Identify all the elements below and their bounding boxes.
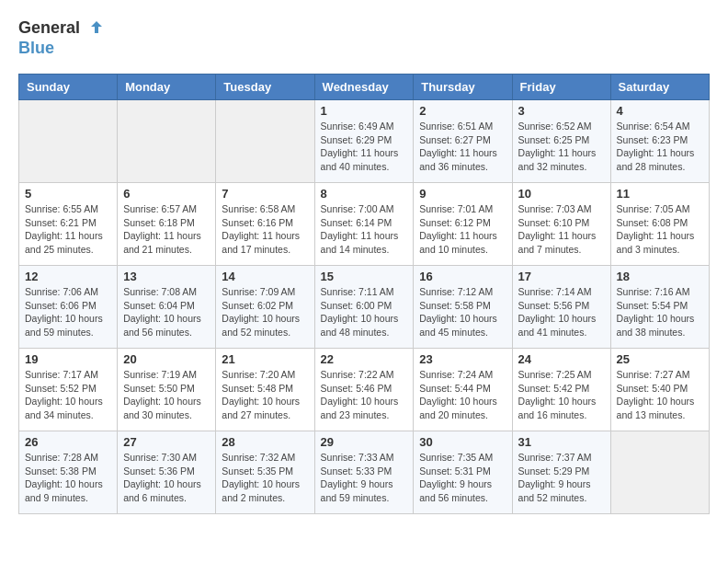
calendar-header-row: SundayMondayTuesdayWednesdayThursdayFrid…	[19, 74, 710, 99]
day-number: 29	[321, 435, 408, 449]
day-info: Sunrise: 7:08 AMSunset: 6:04 PMDaylight:…	[123, 285, 210, 339]
calendar-cell: 7Sunrise: 6:58 AMSunset: 6:16 PMDaylight…	[216, 182, 314, 265]
calendar-cell: 17Sunrise: 7:14 AMSunset: 5:56 PMDayligh…	[512, 265, 610, 348]
calendar-cell: 29Sunrise: 7:33 AMSunset: 5:33 PMDayligh…	[314, 431, 414, 513]
day-info: Sunrise: 7:27 AMSunset: 5:40 PMDaylight:…	[617, 368, 703, 422]
calendar-cell: 26Sunrise: 7:28 AMSunset: 5:38 PMDayligh…	[19, 431, 118, 513]
calendar-week-row: 19Sunrise: 7:17 AMSunset: 5:52 PMDayligh…	[19, 348, 710, 431]
day-number: 16	[419, 270, 506, 283]
day-number: 9	[419, 187, 506, 201]
col-header-monday: Monday	[118, 74, 216, 99]
day-info: Sunrise: 7:25 AMSunset: 5:42 PMDaylight:…	[518, 368, 605, 422]
day-info: Sunrise: 6:49 AMSunset: 6:29 PMDaylight:…	[321, 120, 408, 174]
day-info: Sunrise: 7:06 AMSunset: 6:06 PMDaylight:…	[25, 285, 111, 339]
calendar-cell: 19Sunrise: 7:17 AMSunset: 5:52 PMDayligh…	[19, 348, 118, 431]
calendar-cell	[118, 99, 216, 182]
page-header: General Blue	[18, 18, 710, 59]
day-number: 31	[518, 435, 605, 449]
day-number: 27	[123, 435, 210, 449]
day-info: Sunrise: 7:24 AMSunset: 5:44 PMDaylight:…	[419, 368, 506, 422]
day-number: 22	[321, 352, 408, 366]
calendar-cell	[610, 431, 709, 513]
calendar-cell: 11Sunrise: 7:05 AMSunset: 6:08 PMDayligh…	[610, 182, 709, 265]
day-info: Sunrise: 7:33 AMSunset: 5:33 PMDaylight:…	[321, 451, 408, 505]
day-number: 2	[419, 104, 506, 118]
day-info: Sunrise: 7:32 AMSunset: 5:35 PMDaylight:…	[222, 451, 308, 505]
day-number: 15	[321, 270, 408, 283]
day-info: Sunrise: 6:58 AMSunset: 6:16 PMDaylight:…	[222, 202, 308, 257]
col-header-saturday: Saturday	[610, 74, 709, 99]
col-header-friday: Friday	[512, 74, 610, 99]
day-number: 1	[321, 104, 408, 118]
calendar-cell: 15Sunrise: 7:11 AMSunset: 6:00 PMDayligh…	[314, 265, 414, 348]
day-info: Sunrise: 7:19 AMSunset: 5:50 PMDaylight:…	[123, 368, 210, 422]
day-info: Sunrise: 7:37 AMSunset: 5:29 PMDaylight:…	[518, 451, 605, 505]
day-number: 12	[25, 270, 111, 283]
calendar-week-row: 12Sunrise: 7:06 AMSunset: 6:06 PMDayligh…	[19, 265, 710, 348]
day-info: Sunrise: 6:57 AMSunset: 6:18 PMDaylight:…	[123, 202, 210, 257]
day-number: 25	[617, 352, 703, 366]
day-number: 21	[222, 352, 308, 366]
day-number: 19	[25, 352, 111, 366]
day-number: 3	[518, 104, 605, 118]
calendar-cell: 14Sunrise: 7:09 AMSunset: 6:02 PMDayligh…	[216, 265, 314, 348]
day-info: Sunrise: 7:20 AMSunset: 5:48 PMDaylight:…	[222, 368, 308, 422]
day-info: Sunrise: 7:35 AMSunset: 5:31 PMDaylight:…	[419, 451, 506, 505]
calendar-cell: 24Sunrise: 7:25 AMSunset: 5:42 PMDayligh…	[512, 348, 610, 431]
day-info: Sunrise: 7:01 AMSunset: 6:12 PMDaylight:…	[419, 202, 506, 257]
calendar-cell: 28Sunrise: 7:32 AMSunset: 5:35 PMDayligh…	[216, 431, 314, 513]
day-info: Sunrise: 7:30 AMSunset: 5:36 PMDaylight:…	[123, 451, 210, 505]
day-info: Sunrise: 7:22 AMSunset: 5:46 PMDaylight:…	[321, 368, 408, 422]
calendar-cell: 1Sunrise: 6:49 AMSunset: 6:29 PMDaylight…	[314, 99, 414, 182]
day-info: Sunrise: 7:14 AMSunset: 5:56 PMDaylight:…	[518, 285, 605, 339]
day-info: Sunrise: 6:55 AMSunset: 6:21 PMDaylight:…	[25, 202, 111, 257]
day-number: 24	[518, 352, 605, 366]
day-number: 7	[222, 187, 308, 201]
calendar-week-row: 1Sunrise: 6:49 AMSunset: 6:29 PMDaylight…	[19, 99, 710, 182]
calendar-table: SundayMondayTuesdayWednesdayThursdayFrid…	[18, 74, 710, 514]
logo-text: General Blue	[18, 18, 104, 59]
logo: General Blue	[18, 18, 104, 59]
day-info: Sunrise: 6:51 AMSunset: 6:27 PMDaylight:…	[419, 120, 506, 174]
day-number: 30	[419, 435, 506, 449]
calendar-cell: 18Sunrise: 7:16 AMSunset: 5:54 PMDayligh…	[610, 265, 709, 348]
calendar-cell: 3Sunrise: 6:52 AMSunset: 6:25 PMDaylight…	[512, 99, 610, 182]
col-header-wednesday: Wednesday	[314, 74, 414, 99]
day-number: 20	[123, 352, 210, 366]
day-number: 17	[518, 270, 605, 283]
day-number: 18	[617, 270, 703, 283]
day-info: Sunrise: 6:52 AMSunset: 6:25 PMDaylight:…	[518, 120, 605, 174]
day-info: Sunrise: 7:05 AMSunset: 6:08 PMDaylight:…	[617, 202, 703, 257]
col-header-sunday: Sunday	[19, 74, 118, 99]
calendar-cell	[19, 99, 118, 182]
calendar-cell: 6Sunrise: 6:57 AMSunset: 6:18 PMDaylight…	[118, 182, 216, 265]
day-info: Sunrise: 7:12 AMSunset: 5:58 PMDaylight:…	[419, 285, 506, 339]
day-number: 11	[617, 187, 703, 201]
day-number: 5	[25, 187, 111, 201]
day-number: 26	[25, 435, 111, 449]
calendar-cell: 5Sunrise: 6:55 AMSunset: 6:21 PMDaylight…	[19, 182, 118, 265]
day-info: Sunrise: 7:00 AMSunset: 6:14 PMDaylight:…	[321, 202, 408, 257]
calendar-cell: 25Sunrise: 7:27 AMSunset: 5:40 PMDayligh…	[610, 348, 709, 431]
day-info: Sunrise: 7:16 AMSunset: 5:54 PMDaylight:…	[617, 285, 703, 339]
calendar-cell: 23Sunrise: 7:24 AMSunset: 5:44 PMDayligh…	[414, 348, 512, 431]
col-header-thursday: Thursday	[414, 74, 512, 99]
day-number: 28	[222, 435, 308, 449]
calendar-cell: 8Sunrise: 7:00 AMSunset: 6:14 PMDaylight…	[314, 182, 414, 265]
calendar-cell: 21Sunrise: 7:20 AMSunset: 5:48 PMDayligh…	[216, 348, 314, 431]
day-info: Sunrise: 7:17 AMSunset: 5:52 PMDaylight:…	[25, 368, 111, 422]
day-info: Sunrise: 7:28 AMSunset: 5:38 PMDaylight:…	[25, 451, 111, 505]
calendar-cell: 16Sunrise: 7:12 AMSunset: 5:58 PMDayligh…	[414, 265, 512, 348]
calendar-cell: 31Sunrise: 7:37 AMSunset: 5:29 PMDayligh…	[512, 431, 610, 513]
day-number: 14	[222, 270, 308, 283]
day-number: 8	[321, 187, 408, 201]
day-number: 10	[518, 187, 605, 201]
calendar-week-row: 26Sunrise: 7:28 AMSunset: 5:38 PMDayligh…	[19, 431, 710, 513]
day-number: 4	[617, 104, 703, 118]
day-number: 23	[419, 352, 506, 366]
calendar-cell: 10Sunrise: 7:03 AMSunset: 6:10 PMDayligh…	[512, 182, 610, 265]
calendar-cell: 2Sunrise: 6:51 AMSunset: 6:27 PMDaylight…	[414, 99, 512, 182]
col-header-tuesday: Tuesday	[216, 74, 314, 99]
calendar-cell: 9Sunrise: 7:01 AMSunset: 6:12 PMDaylight…	[414, 182, 512, 265]
day-info: Sunrise: 7:03 AMSunset: 6:10 PMDaylight:…	[518, 202, 605, 257]
